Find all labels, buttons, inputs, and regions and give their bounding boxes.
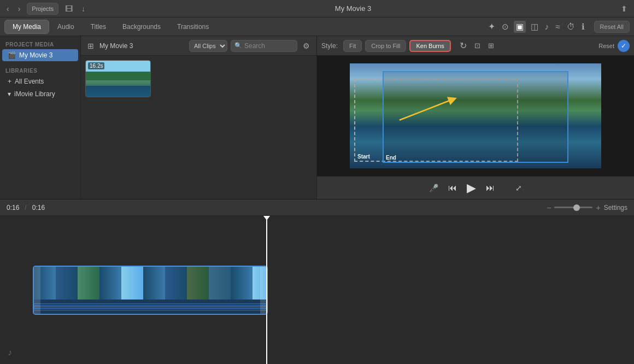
fullscreen-button[interactable]: ⤢ xyxy=(515,184,522,192)
media-panel: ⊞ My Movie 3 All Clips 🔍 ⚙ 16.2s xyxy=(81,36,317,199)
search-icon: 🔍 xyxy=(234,42,242,49)
tab-titles[interactable]: Titles xyxy=(83,20,114,34)
zoom-in-icon: + xyxy=(596,203,600,212)
play-button[interactable]: ▶ xyxy=(467,181,476,195)
side-by-side-icon[interactable]: ⊞ xyxy=(486,42,496,50)
projects-button[interactable]: Projects xyxy=(27,3,58,15)
reset-button[interactable]: Reset xyxy=(598,43,614,49)
nav-tabs: My Media Audio Titles Backgrounds Transi… xyxy=(0,17,634,36)
music-icon: ♪ xyxy=(8,348,12,357)
clip-frames xyxy=(34,267,267,300)
next-button[interactable]: ⏭ xyxy=(486,183,495,193)
video-frame: Start End xyxy=(350,63,601,168)
media-content: 16.2s xyxy=(81,56,316,199)
noise-icon[interactable]: ≈ xyxy=(554,21,561,32)
info-icon[interactable]: ℹ xyxy=(580,21,586,33)
top-bar: ‹ › Projects 🎞 ↓ My Movie 3 ⬆ xyxy=(0,0,634,17)
settings-button[interactable]: Settings xyxy=(604,204,627,212)
picture-in-picture-icon[interactable]: ⊡ xyxy=(472,42,483,50)
total-timecode: 0:16 xyxy=(32,204,45,212)
timeline-zoom: − + Settings xyxy=(547,203,627,212)
sidebar: PROJECT MEDIA 🎬 My Movie 3 LIBRARIES + A… xyxy=(0,36,81,199)
bottom-area: 0:16 / 0:16 − + Settings ♪ xyxy=(0,199,634,364)
plus-icon: + xyxy=(8,78,11,85)
sidebar-item-my-movie[interactable]: 🎬 My Movie 3 xyxy=(2,49,78,61)
audio-icon[interactable]: ♪ xyxy=(543,21,551,32)
svg-line-1 xyxy=(400,99,453,120)
download-icon[interactable]: ↓ xyxy=(79,4,87,13)
ken-burns-arrow xyxy=(394,93,465,129)
zoom-out-icon: − xyxy=(547,203,551,212)
magic-icon[interactable]: ✦ xyxy=(486,20,497,33)
zoom-slider[interactable] xyxy=(554,207,592,208)
app-title: My Movie 3 xyxy=(92,4,614,13)
video-clip-track[interactable] xyxy=(33,266,268,315)
timeline-toolbar: 0:16 / 0:16 − + Settings xyxy=(0,199,634,216)
share-icon[interactable]: ⬆ xyxy=(619,4,630,13)
confirm-button[interactable]: ✓ xyxy=(618,40,630,52)
sidebar-item-all-events[interactable]: + All Events xyxy=(2,75,78,87)
fit-button[interactable]: Fit xyxy=(343,40,362,52)
color-icon[interactable]: ⊙ xyxy=(500,21,510,33)
viewer-panel: Style: Fit Crop to Fill Ken Burns ↻ ⊡ ⊞ … xyxy=(317,36,634,199)
tab-my-media[interactable]: My Media xyxy=(4,20,49,34)
ken-burns-button[interactable]: Ken Burns xyxy=(409,40,450,52)
timeline-content: ♪ xyxy=(0,216,634,364)
main-area: PROJECT MEDIA 🎬 My Movie 3 LIBRARIES + A… xyxy=(0,36,634,199)
mic-button[interactable]: 🎤 xyxy=(429,184,438,192)
settings-gear-icon[interactable]: ⚙ xyxy=(301,42,312,50)
reset-all-button[interactable]: Reset All xyxy=(594,21,630,33)
search-input[interactable] xyxy=(244,42,293,50)
media-panel-title: My Movie 3 xyxy=(99,42,186,50)
timecode-separator: / xyxy=(25,204,26,212)
prev-button[interactable]: ⏮ xyxy=(448,183,457,193)
stabilize-icon[interactable]: ◫ xyxy=(529,21,540,33)
search-box: 🔍 xyxy=(231,40,297,52)
clip-filter-select[interactable]: All Clips xyxy=(189,40,227,52)
tab-backgrounds[interactable]: Backgrounds xyxy=(114,20,169,34)
current-timecode: 0:16 xyxy=(7,204,19,212)
style-label: Style: xyxy=(321,42,338,50)
video-background xyxy=(350,63,601,168)
viewer-controls: 🎤 ⏮ ▶ ⏭ ⤢ xyxy=(317,176,634,199)
forward-icon[interactable]: › xyxy=(16,4,23,13)
projects-label: Projects xyxy=(32,5,54,12)
tab-transitions[interactable]: Transitions xyxy=(169,20,217,34)
crop-icon[interactable]: ▣ xyxy=(514,21,526,33)
viewer-content: Start End xyxy=(317,56,634,176)
media-toolbar: ⊞ My Movie 3 All Clips 🔍 ⚙ xyxy=(81,36,316,56)
clip-audio-wave xyxy=(34,300,267,314)
project-media-title: PROJECT MEDIA xyxy=(0,39,80,49)
tab-audio[interactable]: Audio xyxy=(49,20,83,34)
clip-left-handle[interactable] xyxy=(34,267,40,314)
back-icon[interactable]: ‹ xyxy=(4,4,11,13)
crop-toolbar: Style: Fit Crop to Fill Ken Burns ↻ ⊡ ⊞ … xyxy=(317,36,634,56)
film-icon: 🎬 xyxy=(8,51,16,59)
toggle-sidebar-icon[interactable]: ⊞ xyxy=(85,42,96,50)
playhead xyxy=(266,216,267,364)
libraries-title: LIBRARIES xyxy=(0,66,80,75)
speed-icon[interactable]: ⏱ xyxy=(565,21,577,32)
sidebar-item-imovie-library[interactable]: ▾ iMovie Library xyxy=(2,88,78,100)
crop-to-fill-button[interactable]: Crop to Fill xyxy=(365,40,406,52)
chevron-down-icon: ▾ xyxy=(8,90,11,98)
clip-icon[interactable]: 🎞 xyxy=(63,4,75,13)
rotate-icon[interactable]: ↻ xyxy=(457,40,469,51)
clip-duration: 16.2s xyxy=(88,62,104,69)
clip-thumbnail[interactable]: 16.2s xyxy=(85,60,151,97)
